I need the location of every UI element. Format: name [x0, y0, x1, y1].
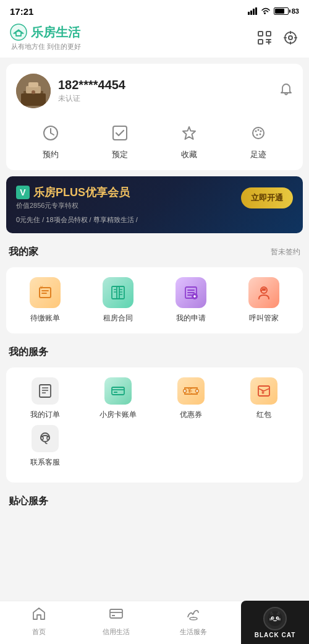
logo-icon	[10, 24, 27, 41]
user-card: 182****4454 未认证	[6, 64, 303, 170]
svg-point-12	[289, 36, 292, 40]
vip-title: 乐房PLUS优享会员	[33, 185, 130, 200]
dingdan-label: 我的订单	[30, 410, 60, 420]
svg-rect-3	[255, 7, 257, 15]
svg-point-78	[273, 617, 274, 619]
svg-point-29	[258, 129, 260, 131]
service-youhuiquan[interactable]: ¥ 优惠券	[157, 377, 225, 420]
hongbao-icon: ¥	[250, 377, 277, 405]
life-icon	[186, 606, 201, 625]
home-icon	[32, 606, 46, 625]
action-yuding[interactable]: 预定	[85, 124, 154, 160]
black-cat-badge: BLACK CAT	[241, 601, 309, 644]
shenqing-label: 我的申请	[176, 313, 206, 324]
svg-rect-2	[253, 9, 255, 15]
action-yuyue-label: 预约	[43, 149, 59, 160]
star-icon	[180, 124, 198, 145]
hetong-label: 租房合同	[103, 313, 133, 324]
action-shoucang-label: 收藏	[181, 149, 197, 160]
service-xiaofangka[interactable]: 小房卡账单	[84, 377, 152, 420]
svg-rect-21	[28, 82, 38, 87]
nav-home-label: 首页	[32, 627, 46, 637]
my-services-title: 我的服务	[9, 346, 48, 359]
nav-home[interactable]: 首页	[0, 606, 77, 637]
scan-button[interactable]	[256, 29, 273, 46]
svg-rect-7	[258, 40, 263, 44]
guanjia-icon	[248, 277, 279, 308]
user-phone: 182****4454	[58, 78, 125, 92]
svg-rect-71	[112, 615, 115, 616]
svg-rect-1	[250, 11, 252, 15]
bell-button[interactable]	[279, 83, 293, 100]
home-item-guanjia[interactable]: 呼叫管家	[230, 277, 298, 324]
home-item-hetong[interactable]: 租房合同	[84, 277, 152, 324]
vip-features: 0元先住 / 18项会员特权 / 尊享精致生活 /	[16, 215, 293, 225]
home-item-daijiao[interactable]: ¥ 待缴账单	[11, 277, 79, 324]
svg-rect-19	[21, 93, 46, 106]
svg-rect-5	[258, 32, 263, 36]
svg-rect-69	[110, 609, 122, 618]
svg-point-79	[277, 617, 279, 619]
svg-line-25	[51, 133, 54, 135]
battery-icon	[274, 7, 289, 15]
status-bar: 17:21 83	[0, 0, 309, 20]
wifi-icon	[261, 7, 271, 15]
vip-banner: V 乐房PLUS优享会员 价值2856元专享特权 立即开通 0元先住 / 18项…	[6, 176, 303, 233]
status-icons: 83	[248, 7, 299, 15]
svg-point-22	[32, 90, 35, 94]
action-yuyue[interactable]: 预约	[16, 124, 85, 160]
svg-point-4	[11, 24, 27, 40]
kefu-label: 联系客服	[30, 457, 60, 468]
my-home-title: 我的家	[9, 246, 38, 259]
nav-credit-label: 信用生活	[103, 627, 130, 637]
nav-credit[interactable]: 信用生活	[77, 606, 154, 637]
shenqing-icon	[176, 277, 206, 308]
careful-services-title: 贴心服务	[9, 495, 48, 508]
svg-text:¥: ¥	[261, 389, 265, 395]
header: 乐房生活 从有地方住 到住的更好	[0, 20, 309, 58]
home-item-shenqing[interactable]: 我的申请	[157, 277, 225, 324]
youhuiquan-icon: ¥	[177, 377, 205, 405]
avatar[interactable]	[16, 74, 51, 108]
my-home-section: 我的家 暂未签约	[6, 239, 303, 264]
scan-icon	[257, 30, 272, 45]
my-home-link[interactable]: 暂未签约	[271, 247, 300, 257]
svg-point-28	[255, 131, 257, 132]
vip-open-button[interactable]: 立即开通	[241, 187, 293, 208]
action-zuji[interactable]: 足迹	[224, 124, 293, 160]
svg-rect-26	[113, 126, 127, 140]
clock-icon	[42, 124, 59, 145]
settings-button[interactable]	[282, 29, 299, 46]
main-content: 182****4454 未认证	[0, 58, 309, 566]
svg-text:¥: ¥	[40, 285, 43, 290]
nav-life-label: 生活服务	[180, 627, 207, 637]
youhuiquan-label: 优惠券	[180, 410, 202, 420]
service-dingdan[interactable]: 我的订单	[11, 377, 79, 420]
action-zuji-label: 足迹	[250, 149, 266, 160]
dingdan-icon	[32, 377, 59, 405]
svg-rect-52	[262, 288, 266, 291]
my-services-section: 我的服务	[6, 340, 303, 364]
svg-point-30	[260, 131, 262, 132]
settings-icon	[283, 30, 298, 45]
svg-point-32	[256, 134, 258, 136]
black-cat-watermark: BLACK CAT	[235, 595, 309, 644]
svg-point-72	[190, 617, 197, 620]
nav-life[interactable]: 生活服务	[154, 606, 232, 637]
daijiao-icon: ¥	[30, 277, 61, 308]
check-icon	[111, 124, 129, 145]
service-hongbao[interactable]: ¥ 红包	[230, 377, 298, 420]
cat-text: BLACK CAT	[255, 632, 296, 638]
action-shoucang[interactable]: 收藏	[154, 124, 224, 160]
quick-actions: 预约 预定 收藏	[16, 118, 293, 160]
svg-rect-38	[117, 286, 124, 299]
status-time: 17:21	[10, 6, 33, 17]
battery-level: 83	[292, 7, 299, 15]
service-kefu[interactable]: 联系客服	[11, 425, 79, 468]
logo-area: 乐房生活 从有地方住 到住的更好	[10, 24, 81, 51]
svg-point-31	[260, 134, 261, 135]
svg-rect-6	[266, 32, 271, 36]
kefu-icon	[32, 425, 59, 452]
daijiao-label: 待缴账单	[30, 313, 60, 324]
svg-rect-59	[114, 392, 117, 393]
